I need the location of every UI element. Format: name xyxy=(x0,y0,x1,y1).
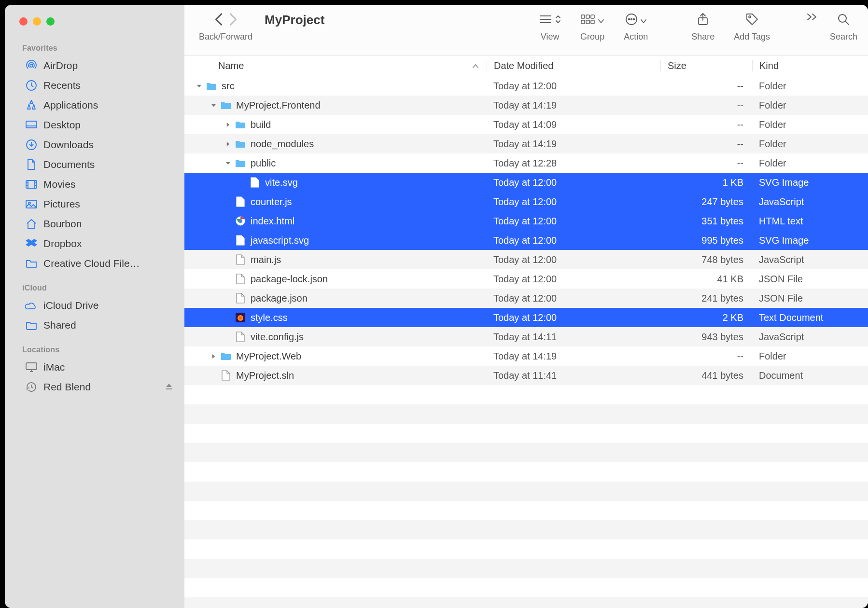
downloads-icon xyxy=(25,138,38,151)
file-date: Today at 12:00 xyxy=(487,235,660,246)
sidebar-item[interactable]: Movies xyxy=(20,174,178,194)
file-size: 748 bytes xyxy=(660,254,752,265)
sidebar-item[interactable]: Dropbox xyxy=(20,234,178,253)
sidebar-item[interactable]: Documents xyxy=(20,154,178,174)
file-name: counter.js xyxy=(251,196,292,207)
file-kind: Folder xyxy=(752,351,868,362)
sidebar-item[interactable]: iCloud Drive xyxy=(20,295,178,315)
column-size[interactable]: Size xyxy=(660,60,752,71)
file-date: Today at 14:19 xyxy=(487,351,660,362)
sidebar-item-label: Creative Cloud File… xyxy=(43,258,140,269)
dropbox-icon xyxy=(25,237,38,250)
sidebar-item[interactable]: Desktop xyxy=(20,115,178,135)
disclosure-triangle[interactable] xyxy=(209,352,218,360)
minimize-button[interactable] xyxy=(33,17,41,26)
file-row[interactable]: javascript.svg Today at 12:00 995 bytes … xyxy=(184,231,868,250)
tags-group[interactable]: Add Tags xyxy=(734,11,770,42)
sidebar-item[interactable]: Shared xyxy=(20,315,178,335)
file-size: 441 bytes xyxy=(660,370,752,381)
sidebar-item[interactable]: Pictures xyxy=(20,194,178,214)
sidebar-section-header: Locations xyxy=(20,342,178,357)
share-label: Share xyxy=(691,32,714,42)
file-date: Today at 14:09 xyxy=(487,119,660,130)
sidebar-item[interactable]: Bourbon xyxy=(20,214,178,234)
file-date: Today at 14:19 xyxy=(487,138,660,150)
sidebar-item-label: Desktop xyxy=(43,119,81,131)
sidebar-item[interactable]: Red Blend xyxy=(20,377,178,397)
file-size: -- xyxy=(660,119,752,130)
file-name: MyProject.Web xyxy=(236,351,301,362)
sidebar-item[interactable]: iMac xyxy=(20,357,178,377)
disclosure-triangle[interactable] xyxy=(194,82,204,90)
disclosure-triangle[interactable] xyxy=(223,121,233,129)
column-kind[interactable]: Kind xyxy=(752,60,868,71)
disclosure-triangle[interactable] xyxy=(209,101,218,110)
file-size: 247 bytes xyxy=(660,196,752,207)
file-row[interactable]: style.css Today at 12:00 2 KB Text Docum… xyxy=(184,308,868,327)
file-row[interactable]: node_modules Today at 14:19 -- Folder xyxy=(184,134,868,153)
share-group[interactable]: Share xyxy=(691,11,714,42)
sidebar-section-header: Favorites xyxy=(20,40,178,55)
search-group[interactable]: Search xyxy=(830,11,857,42)
file-row[interactable]: build Today at 14:09 -- Folder xyxy=(184,115,868,134)
file-row[interactable]: main.js Today at 12:00 748 bytes JavaScr… xyxy=(184,250,868,269)
column-header-row: Name Date Modified Size Kind xyxy=(184,56,868,76)
view-label: View xyxy=(541,32,560,42)
file-size: -- xyxy=(660,100,752,111)
placeholder-row xyxy=(184,385,868,404)
sidebar-item[interactable]: AirDrop xyxy=(20,55,178,75)
file-date: Today at 12:00 xyxy=(487,312,660,323)
back-button[interactable] xyxy=(214,12,223,28)
group-group[interactable]: Group xyxy=(580,11,604,42)
file-size: 351 bytes xyxy=(660,216,752,227)
file-icon xyxy=(235,331,246,343)
disclosure-triangle[interactable] xyxy=(223,140,233,148)
zoom-button[interactable] xyxy=(46,17,55,26)
file-row[interactable]: vite.svg Today at 12:00 1 KB SVG Image xyxy=(184,173,868,192)
window-controls xyxy=(5,14,184,40)
forward-button[interactable] xyxy=(229,12,238,28)
sidebar-item[interactable]: Recents xyxy=(20,75,178,95)
toolbar: Back/Forward MyProject View xyxy=(184,5,868,56)
file-size: -- xyxy=(660,81,752,92)
eject-icon[interactable] xyxy=(165,381,173,393)
file-row[interactable]: src Today at 12:00 -- Folder xyxy=(184,76,868,96)
file-size: 995 bytes xyxy=(660,235,752,246)
file-row[interactable]: MyProject.sln Today at 11:41 441 bytes D… xyxy=(184,366,868,385)
sidebar-item[interactable]: Applications xyxy=(20,95,178,115)
disclosure-triangle[interactable] xyxy=(223,159,233,167)
file-row[interactable]: package.json Today at 12:00 241 bytes JS… xyxy=(184,289,868,308)
firefox-icon xyxy=(235,312,246,323)
placeholder-row xyxy=(184,597,868,608)
file-row[interactable]: MyProject.Frontend Today at 14:19 -- Fol… xyxy=(184,96,868,115)
file-row[interactable]: package-lock.json Today at 12:00 41 KB J… xyxy=(184,269,868,289)
column-name[interactable]: Name xyxy=(218,60,487,71)
view-group[interactable]: View xyxy=(539,11,561,42)
file-row[interactable]: public Today at 12:28 -- Folder xyxy=(184,153,868,173)
share-icon xyxy=(697,13,709,28)
placeholder-row xyxy=(184,520,868,539)
column-date[interactable]: Date Modified xyxy=(487,60,660,71)
placeholder-row xyxy=(184,462,868,482)
close-button[interactable] xyxy=(19,17,28,26)
apps-icon xyxy=(25,99,38,111)
svg-point-29 xyxy=(631,18,632,20)
svg-point-28 xyxy=(629,18,630,20)
more-group[interactable] xyxy=(804,11,820,37)
sidebar-item-label: Bourbon xyxy=(43,218,82,230)
file-row[interactable]: MyProject.Web Today at 14:19 -- Folder xyxy=(184,346,868,366)
list-view-icon xyxy=(539,14,552,27)
sidebar-item[interactable]: Downloads xyxy=(20,135,178,154)
sidebar-item-label: Red Blend xyxy=(43,381,91,393)
file-row[interactable]: index.html Today at 12:00 351 bytes HTML… xyxy=(184,211,868,231)
placeholder-row xyxy=(184,482,868,501)
file-row[interactable]: counter.js Today at 12:00 247 bytes Java… xyxy=(184,192,868,211)
file-icon xyxy=(235,292,246,304)
file-name: vite.svg xyxy=(265,177,298,188)
sidebar-item[interactable]: Creative Cloud File… xyxy=(20,253,178,273)
file-name: public xyxy=(251,158,276,169)
file-row[interactable]: vite.config.js Today at 14:11 943 bytes … xyxy=(184,327,868,346)
file-name: style.css xyxy=(251,312,288,323)
action-group[interactable]: Action xyxy=(624,11,648,42)
folder-icon xyxy=(235,119,246,130)
